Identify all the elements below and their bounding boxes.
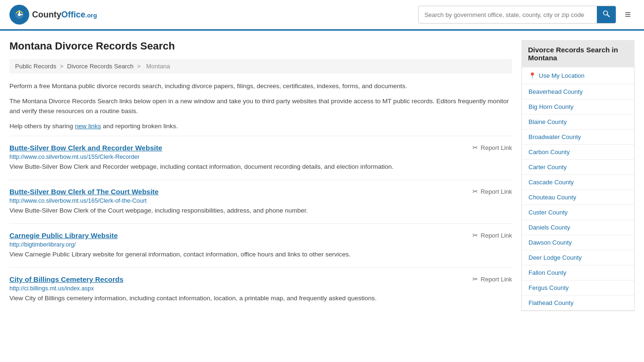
county-link-3[interactable]: Broadwater County bbox=[522, 130, 634, 144]
county-link-0[interactable]: Beaverhead County bbox=[522, 84, 634, 99]
county-link-6[interactable]: Cascade County bbox=[522, 175, 634, 189]
county-link-2[interactable]: Blaine County bbox=[522, 115, 634, 129]
svg-line-4 bbox=[607, 15, 609, 16]
county-link-1[interactable]: Big Horn County bbox=[522, 99, 634, 114]
results-list: Butte-Silver Bow Clerk and Recorder Webs… bbox=[9, 136, 512, 311]
description-2: The Montana Divorce Records Search links… bbox=[9, 96, 512, 116]
breadcrumb: Public Records > Divorce Records Search … bbox=[9, 59, 512, 74]
county-list-item: Carbon County bbox=[522, 145, 634, 160]
county-link-4[interactable]: Carbon County bbox=[522, 145, 634, 159]
sidebar: Divorce Records Search in Montana 📍 Use … bbox=[521, 40, 635, 311]
search-button[interactable] bbox=[597, 6, 616, 23]
result-desc-1: View Butte-Silver Bow Clerk of the Court… bbox=[9, 206, 512, 216]
sidebar-header: Divorce Records Search in Montana bbox=[521, 40, 635, 67]
county-list-item: Blaine County bbox=[522, 115, 634, 130]
result-url-0[interactable]: http://www.co.silverbow.mt.us/155/Clerk-… bbox=[9, 154, 512, 160]
county-link-8[interactable]: Custer County bbox=[522, 205, 634, 220]
result-header: Butte-Silver Bow Clerk and Recorder Webs… bbox=[9, 144, 512, 152]
breadcrumb-sep-2: > bbox=[137, 63, 142, 70]
search-input[interactable] bbox=[419, 8, 597, 22]
description-1: Perform a free Montana public divorce re… bbox=[9, 81, 512, 91]
county-list-item: Chouteau County bbox=[522, 190, 634, 205]
county-list-item: Fallon County bbox=[522, 265, 634, 280]
breadcrumb-sep-1: > bbox=[60, 63, 65, 70]
county-list-item: Beaverhead County bbox=[522, 84, 634, 99]
result-url-1[interactable]: http://www.co.silverbow.mt.us/165/Clerk-… bbox=[9, 197, 512, 204]
county-list-item: Broadwater County bbox=[522, 130, 634, 145]
logo-area: CountyOffice.org bbox=[9, 5, 97, 25]
county-link-9[interactable]: Daniels County bbox=[522, 220, 634, 235]
page-title: Montana Divorce Records Search bbox=[9, 40, 512, 52]
county-list-item: Dawson County bbox=[522, 235, 634, 250]
result-title-3[interactable]: City of Billings Cemetery Records bbox=[9, 275, 124, 283]
use-location[interactable]: 📍 Use My Location bbox=[522, 67, 634, 84]
county-link-13[interactable]: Fergus County bbox=[522, 280, 634, 295]
use-location-label: Use My Location bbox=[539, 72, 585, 79]
county-list-item: Big Horn County bbox=[522, 99, 634, 115]
search-bar bbox=[418, 6, 616, 24]
county-list-item: Fergus County bbox=[522, 280, 634, 296]
county-list-item: Custer County bbox=[522, 205, 634, 220]
county-link-10[interactable]: Dawson County bbox=[522, 235, 634, 250]
result-url-2[interactable]: http://bigtimberlibrary.org/ bbox=[9, 241, 512, 248]
county-link-11[interactable]: Deer Lodge County bbox=[522, 250, 634, 265]
result-item: Carnegie Public Library Website ✂ Report… bbox=[9, 223, 512, 267]
result-header: Carnegie Public Library Website ✂ Report… bbox=[9, 231, 512, 239]
report-label-2: Report Link bbox=[481, 232, 512, 239]
report-link-btn-0[interactable]: ✂ Report Link bbox=[472, 144, 512, 151]
result-item: City of Billings Cemetery Records ✂ Repo… bbox=[9, 267, 512, 311]
result-desc-3: View City of Billings cemetery informati… bbox=[9, 294, 512, 304]
menu-icon[interactable]: ≡ bbox=[621, 7, 635, 23]
result-header: Butte-Silver Bow Clerk of The Court Webs… bbox=[9, 188, 512, 196]
description-3: Help others by sharing new links and rep… bbox=[9, 121, 512, 132]
result-title-2[interactable]: Carnegie Public Library Website bbox=[9, 231, 118, 239]
county-link-7[interactable]: Chouteau County bbox=[522, 190, 634, 205]
report-icon-1: ✂ bbox=[472, 188, 478, 195]
county-list-item: Deer Lodge County bbox=[522, 250, 634, 265]
county-list-item: Daniels County bbox=[522, 220, 634, 235]
report-link-btn-1[interactable]: ✂ Report Link bbox=[472, 188, 512, 195]
desc3-suffix: and reporting broken links. bbox=[101, 123, 178, 130]
result-item: Butte-Silver Bow Clerk of The Court Webs… bbox=[9, 180, 512, 223]
county-list-item: Flathead County bbox=[522, 296, 634, 311]
location-icon: 📍 bbox=[528, 72, 536, 79]
breadcrumb-public-records[interactable]: Public Records bbox=[15, 63, 56, 70]
county-list: Beaverhead CountyBig Horn CountyBlaine C… bbox=[522, 84, 634, 311]
report-link-btn-3[interactable]: ✂ Report Link bbox=[472, 275, 512, 283]
breadcrumb-divorce-records[interactable]: Divorce Records Search bbox=[67, 63, 133, 70]
county-link-12[interactable]: Fallon County bbox=[522, 265, 634, 280]
report-link-btn-2[interactable]: ✂ Report Link bbox=[472, 231, 512, 239]
result-title-1[interactable]: Butte-Silver Bow Clerk of The Court Webs… bbox=[9, 188, 158, 196]
result-header: City of Billings Cemetery Records ✂ Repo… bbox=[9, 275, 512, 283]
logo-text: CountyOffice.org bbox=[32, 10, 97, 20]
main-container: Montana Divorce Records Search Public Re… bbox=[0, 31, 644, 311]
desc3-prefix: Help others by sharing bbox=[9, 123, 75, 130]
report-icon-2: ✂ bbox=[472, 231, 478, 239]
report-icon-3: ✂ bbox=[472, 275, 478, 283]
result-desc-0: View Butte-Silver Bow Clerk and Recorder… bbox=[9, 162, 512, 172]
county-list-item: Cascade County bbox=[522, 175, 634, 190]
report-label-3: Report Link bbox=[481, 276, 512, 283]
content-area: Montana Divorce Records Search Public Re… bbox=[9, 40, 512, 311]
county-link-5[interactable]: Carter County bbox=[522, 160, 634, 174]
county-link-14[interactable]: Flathead County bbox=[522, 296, 634, 310]
svg-point-2 bbox=[18, 13, 21, 16]
report-label-1: Report Link bbox=[481, 188, 512, 195]
breadcrumb-montana: Montana bbox=[146, 63, 170, 70]
result-title-0[interactable]: Butte-Silver Bow Clerk and Recorder Webs… bbox=[9, 144, 162, 152]
site-header: CountyOffice.org ≡ bbox=[0, 0, 644, 31]
report-icon-0: ✂ bbox=[472, 144, 478, 151]
county-list-item: Carter County bbox=[522, 160, 634, 175]
new-links-link[interactable]: new links bbox=[75, 123, 101, 130]
result-item: Butte-Silver Bow Clerk and Recorder Webs… bbox=[9, 136, 512, 180]
logo-icon bbox=[9, 5, 29, 25]
result-url-3[interactable]: http://ci.billings.mt.us/index.aspx bbox=[9, 285, 512, 292]
sidebar-content: 📍 Use My Location Beaverhead CountyBig H… bbox=[521, 67, 635, 311]
result-desc-2: View Carnegie Public Library website for… bbox=[9, 250, 512, 260]
report-label-0: Report Link bbox=[481, 144, 512, 151]
header-right: ≡ bbox=[418, 6, 635, 24]
